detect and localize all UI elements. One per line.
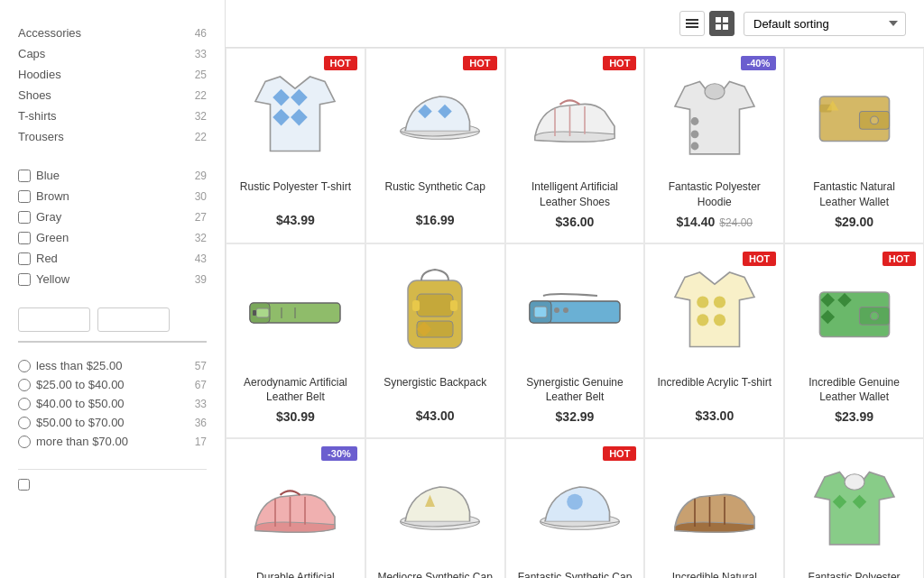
color-list: Blue29Brown30Gray27Green32Red43Yellow39 (18, 165, 207, 289)
product-card[interactable]: Fantastic Natural Leather Wallet $29.00 (784, 48, 924, 243)
svg-rect-31 (253, 310, 256, 316)
product-name: Fantastic Synthetic Cap (518, 570, 633, 578)
product-price-container: $29.00 (835, 215, 873, 229)
product-price: $23.99 (835, 409, 873, 424)
product-card[interactable]: Incredible Natural Leather Shoes $33.99 (644, 438, 784, 578)
product-card[interactable]: HOT Incredible Genuine Leather Wallet $2… (784, 243, 924, 439)
product-image (800, 62, 909, 170)
product-image (661, 453, 769, 561)
color-item: Blue29 (18, 165, 207, 186)
view-icons (679, 11, 735, 36)
product-name: Synergistic Genuine Leather Belt (517, 375, 633, 406)
product-card[interactable]: HOT Fantastic Synthetic Cap $33.99 (505, 438, 645, 578)
product-name: Fantastic Natural Leather Wallet (796, 179, 912, 210)
list-view-button[interactable] (679, 11, 705, 36)
svg-rect-5 (716, 24, 721, 30)
svg-rect-38 (450, 300, 457, 311)
product-badge: -40% (741, 56, 777, 70)
grid-view-button[interactable] (709, 11, 735, 36)
svg-point-49 (714, 314, 725, 326)
svg-point-62 (567, 494, 583, 510)
svg-rect-30 (256, 308, 269, 317)
product-price: $16.99 (416, 213, 455, 227)
product-price-container: $32.99 (556, 409, 595, 424)
svg-point-47 (714, 296, 725, 307)
product-price-container: $14.40$24.00 (677, 215, 753, 229)
product-badge: HOT (324, 56, 357, 70)
product-price: $32.99 (556, 409, 595, 424)
product-card[interactable]: HOT Incredible Acrylic T-shirt $33.00 (644, 243, 784, 439)
product-price: $43.99 (276, 213, 315, 227)
color-item: Brown30 (18, 186, 207, 206)
category-item[interactable]: Caps33 (18, 43, 207, 64)
color-item: Green32 (18, 227, 207, 248)
product-card[interactable]: HOT Intelligent Artificial Leather Shoes… (505, 48, 645, 243)
product-card[interactable]: HOT Rustic Polyester T-shirt $43.99 (226, 48, 365, 243)
product-card[interactable]: HOT Rustic Synthetic Cap $16.99 (365, 48, 505, 243)
shop-header: Default sortingSort by popularitySort by… (226, 0, 924, 48)
svg-rect-1 (686, 23, 698, 24)
color-checkbox-brown[interactable] (18, 190, 31, 203)
product-name: Intelligent Artificial Leather Shoes (517, 179, 633, 210)
price-max-input[interactable] (97, 307, 170, 332)
product-image (241, 62, 349, 170)
main-content: Default sortingSort by popularitySort by… (226, 0, 924, 578)
sort-select[interactable]: Default sortingSort by popularitySort by… (744, 12, 906, 36)
svg-point-21 (690, 130, 698, 138)
product-price-container: $36.00 (556, 215, 595, 229)
price-inputs (18, 307, 207, 332)
product-price: $43.00 (416, 408, 455, 423)
header-right: Default sortingSort by popularitySort by… (679, 11, 906, 36)
product-price-container: $23.99 (835, 409, 873, 424)
product-image (521, 258, 629, 366)
color-item: Gray27 (18, 206, 207, 227)
product-card[interactable]: -30% Durable Artificial Leather Shoes $2… (226, 438, 365, 578)
color-checkbox-blue[interactable] (18, 170, 31, 182)
product-card[interactable]: Mediocre Synthetic Cap $24.99 (365, 438, 505, 578)
products-grid: HOT Rustic Polyester T-shirt $43.99 HOT … (226, 48, 924, 578)
category-item[interactable]: Trousers22 (18, 126, 207, 147)
category-item[interactable]: Accessories46 (18, 23, 207, 43)
product-name: Fantastic Polyester Hoodie (656, 179, 772, 210)
category-item[interactable]: Hoodies25 (18, 64, 207, 85)
color-checkbox-green[interactable] (18, 232, 31, 244)
product-old-price: $24.00 (719, 216, 753, 229)
svg-rect-0 (686, 19, 698, 21)
product-price-container: $16.99 (416, 213, 455, 227)
category-item[interactable]: Shoes22 (18, 85, 207, 106)
product-card[interactable]: Fantastic Polyester Hoodie $33.99 (784, 438, 924, 578)
price-slider (18, 341, 207, 343)
color-checkbox-gray[interactable] (18, 211, 31, 224)
color-checkbox-red[interactable] (18, 252, 31, 265)
color-item: Red43 (18, 248, 207, 269)
product-name: Fantastic Polyester Hoodie (796, 570, 912, 578)
product-image (800, 258, 909, 366)
product-badge: -30% (321, 446, 357, 461)
svg-point-48 (697, 314, 708, 326)
color-checkbox-yellow[interactable] (18, 273, 31, 286)
product-card[interactable]: -40% Fantastic Polyester Hoodie $14.40$2… (644, 48, 784, 243)
product-image (800, 453, 909, 561)
onsale-item (18, 479, 207, 491)
product-name: Aerodynamic Artificial Leather Belt (237, 375, 354, 406)
price-range-list: less than $25.0057 $25.00 to $40.0067 $4… (18, 356, 207, 451)
onsale-label[interactable] (18, 479, 35, 491)
product-card[interactable]: Aerodynamic Artificial Leather Belt $30.… (226, 243, 365, 439)
product-card[interactable]: Synergistic Backpack $43.00 (365, 243, 505, 439)
product-image (521, 62, 629, 170)
product-image (381, 453, 489, 561)
svg-rect-3 (716, 17, 721, 23)
svg-rect-4 (723, 17, 728, 23)
product-price: $33.00 (695, 408, 734, 423)
svg-rect-42 (534, 307, 547, 317)
category-item[interactable]: T-shirts32 (18, 106, 207, 126)
svg-point-22 (690, 142, 698, 151)
price-min-input[interactable] (18, 307, 90, 332)
product-price: $29.00 (835, 215, 873, 229)
product-image (241, 258, 349, 366)
product-name: Incredible Genuine Leather Wallet (796, 375, 912, 406)
product-card[interactable]: Synergistic Genuine Leather Belt $32.99 (505, 243, 645, 439)
onsale-checkbox[interactable] (18, 479, 30, 491)
product-price-container: $30.99 (276, 409, 315, 424)
svg-point-46 (697, 296, 708, 307)
